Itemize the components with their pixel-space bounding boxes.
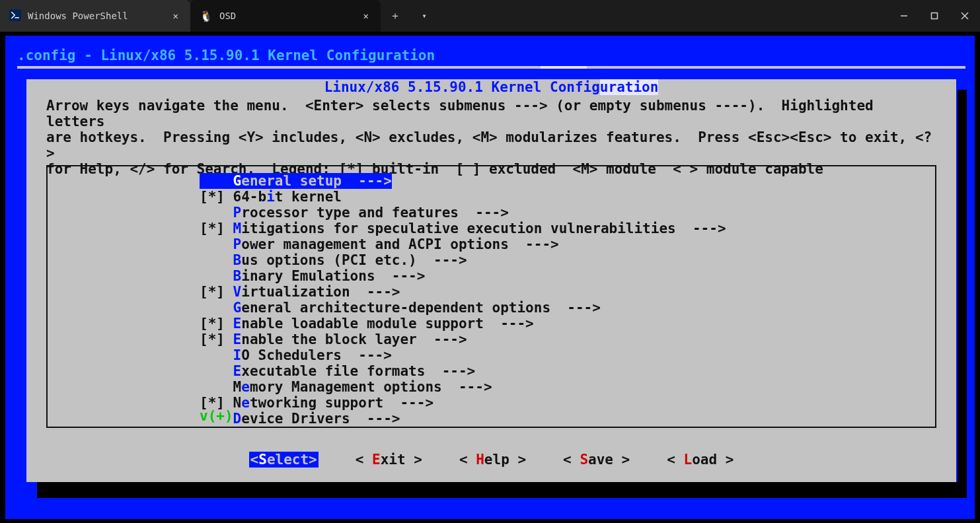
menu-item[interactable]: Binary Emulations --->: [200, 268, 726, 284]
menu-item[interactable]: Power management and ACPI options --->: [200, 236, 726, 252]
menu-item[interactable]: [*] Virtualization --->: [200, 284, 726, 300]
menu-item[interactable]: [*] Mitigations for speculative executio…: [200, 221, 726, 236]
tab-close-button[interactable]: ✕: [361, 8, 371, 24]
menu-item[interactable]: Executable file formats --->: [200, 363, 726, 379]
panel-title: Linux/x86 5.15.90.1 Kernel Configuration: [28, 79, 955, 95]
menu-item[interactable]: [*] Enable loadable module support --->: [200, 316, 726, 331]
menu-item[interactable]: IO Schedulers --->: [200, 347, 726, 363]
svg-rect-2: [932, 13, 938, 19]
tab-osd[interactable]: 🐧 OSD ✕: [190, 0, 381, 32]
title-separator: [17, 66, 965, 69]
menu-item[interactable]: Memory Management options --->: [200, 379, 726, 395]
more-indicator: v(+): [200, 408, 233, 424]
menu-list: General setup --->[*] 64-bit kernel Proc…: [200, 173, 726, 427]
panel-shadow-right: [958, 90, 967, 498]
action-button[interactable]: <Select>: [249, 452, 319, 468]
panel-shadow-bottom: [37, 482, 967, 498]
maximize-button[interactable]: [919, 0, 950, 32]
minimize-button[interactable]: [889, 0, 919, 32]
action-button[interactable]: < Help >: [459, 452, 526, 468]
menu-item[interactable]: Bus options (PCI etc.) --->: [200, 252, 726, 268]
tab-dropdown-button[interactable]: ▾: [410, 0, 439, 32]
menu-item[interactable]: [*] Networking support --->: [200, 395, 726, 411]
tab-label: OSD: [219, 11, 236, 21]
powershell-icon: [9, 9, 21, 23]
menu-item[interactable]: General architecture-dependent options -…: [200, 300, 726, 316]
window-titlebar: Windows PowerShell ✕ 🐧 OSD ✕ ＋ ▾: [0, 0, 980, 32]
action-button-row: <Select>< Exit >< Help >< Save >< Load >: [28, 452, 955, 468]
menu-item[interactable]: Processor type and features --->: [200, 205, 726, 221]
menu-item[interactable]: [*] 64-bit kernel: [200, 189, 726, 205]
tux-icon: 🐧: [200, 10, 213, 22]
menu-list-box: General setup --->[*] 64-bit kernel Proc…: [46, 165, 936, 428]
action-button[interactable]: < Load >: [667, 452, 734, 468]
menu-item[interactable]: General setup --->: [200, 173, 392, 189]
action-button[interactable]: < Save >: [563, 452, 630, 468]
action-button[interactable]: < Exit >: [356, 452, 422, 468]
config-path-title: .config - Linux/x86 5.15.90.1 Kernel Con…: [17, 48, 435, 63]
tab-close-button[interactable]: ✕: [170, 8, 181, 24]
main-panel: Linux/x86 5.15.90.1 Kernel Configuration…: [26, 79, 956, 482]
menu-item[interactable]: Device Drivers --->: [200, 411, 726, 427]
menuconfig-background: .config - Linux/x86 5.15.90.1 Kernel Con…: [5, 36, 975, 519]
menu-item[interactable]: [*] Enable the block layer --->: [200, 331, 726, 347]
title-separator-highlight: [541, 66, 587, 69]
terminal-area: .config - Linux/x86 5.15.90.1 Kernel Con…: [0, 32, 980, 523]
tab-powershell[interactable]: Windows PowerShell ✕: [0, 0, 190, 32]
tab-label: Windows PowerShell: [28, 11, 128, 21]
new-tab-button[interactable]: ＋: [381, 0, 410, 32]
window-close-button[interactable]: [950, 0, 980, 32]
